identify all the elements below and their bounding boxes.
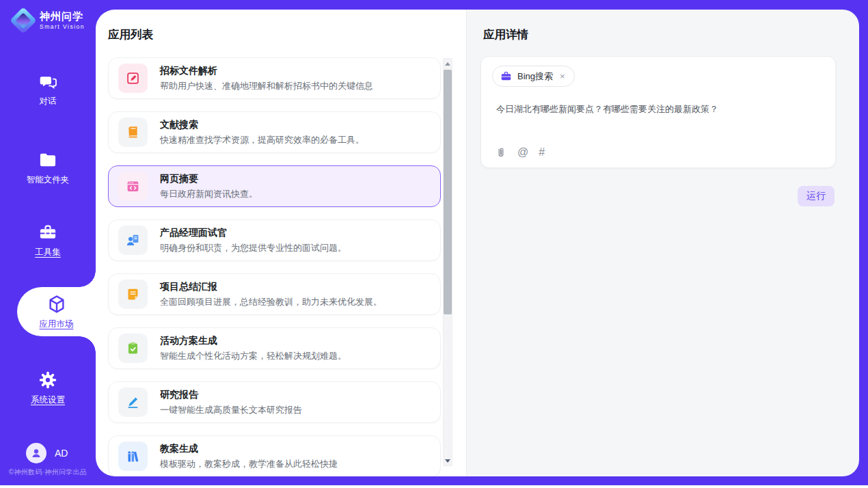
app-card-list: 招标文件解析 帮助用户快速、准确地理解和解析招标书中的关键信息 文献搜索 快速精… (108, 57, 441, 476)
app-card-project-summary[interactable]: 项目总结汇报 全面回顾项目进展，总结经验教训，助力未来优化发展。 (108, 273, 441, 315)
app-card-lesson-plan[interactable]: 教案生成 模板驱动，教案秒成，教学准备从此轻松快捷 (108, 435, 441, 476)
app-card-bid-parse[interactable]: 招标文件解析 帮助用户快速、准确地理解和解析招标书中的关键信息 (108, 57, 441, 99)
book-icon (118, 118, 148, 147)
app-frame: 神州问学 Smart Vision 对话 智能文件夹 (0, 0, 868, 485)
brand-diamond-icon (10, 7, 37, 34)
app-list-title: 应用列表 (108, 27, 153, 42)
sidebar-item-settings[interactable]: 系统设置 (0, 370, 96, 406)
app-card-description: 模板驱动，教案秒成，教学准备从此轻松快捷 (160, 458, 338, 470)
copyright-text: ©神州数码·神州问学出品 (0, 467, 96, 477)
interviewer-icon (118, 226, 148, 255)
tool-tag-label: Bing搜索 (517, 70, 553, 83)
sidebar-item-label: 智能文件夹 (27, 174, 70, 186)
app-card-webpage-summary[interactable]: 网页摘要 每日政府新闻资讯快查。 (108, 165, 441, 207)
gear-icon (38, 370, 57, 390)
app-card-title: 教案生成 (160, 443, 338, 455)
sidebar-item-smart-folder[interactable]: 智能文件夹 (0, 150, 96, 186)
sidebar-item-label: 对话 (40, 96, 57, 107)
sidebar-item-toolset[interactable]: 工具集 (0, 223, 96, 258)
app-card-description: 智能生成个性化活动方案，轻松解决规划难题。 (160, 350, 347, 362)
folder-icon (38, 150, 57, 170)
sidebar-item-label: 应用市场 (40, 318, 74, 330)
app-list-scrollbar[interactable] (443, 58, 452, 466)
app-card-title: 文献搜索 (160, 119, 364, 131)
app-card-research-report[interactable]: 研究报告 一键智能生成高质量长文本研究报告 (108, 381, 441, 423)
webpage-code-icon (118, 172, 148, 201)
app-detail-panel: 应用详情 Bing搜索 × 今日湖北有哪些新闻要点？有哪些需要关注的最新政策？ … (466, 10, 859, 476)
scroll-up-icon[interactable] (444, 59, 452, 68)
scroll-down-icon[interactable] (444, 456, 452, 465)
app-detail-title: 应用详情 (483, 27, 528, 42)
app-card-title: 研究报告 (160, 389, 302, 401)
brand-logo: 神州问学 Smart Vision (14, 11, 85, 30)
close-icon[interactable]: × (558, 70, 567, 82)
composer-toolbar: @ # (495, 146, 545, 159)
toolbox-icon (38, 223, 57, 242)
hash-icon[interactable]: # (539, 147, 545, 158)
app-card-title: 活动方案生成 (160, 335, 347, 347)
memo-icon (118, 280, 148, 309)
app-card-title: 产品经理面试官 (160, 227, 347, 239)
tool-tag-bing-search[interactable]: Bing搜索 × (492, 66, 575, 87)
query-text[interactable]: 今日湖北有哪些新闻要点？有哪些需要关注的最新政策？ (496, 103, 822, 116)
briefcase-icon (500, 70, 512, 82)
app-card-activity-plan[interactable]: 活动方案生成 智能生成个性化活动方案，轻松解决规划难题。 (108, 327, 441, 369)
run-button[interactable]: 运行 (798, 186, 835, 206)
sidebar-item-label: 系统设置 (31, 394, 65, 406)
user-name: AD (55, 448, 68, 459)
app-card-title: 招标文件解析 (160, 65, 373, 77)
scrollbar-thumb[interactable] (444, 70, 452, 314)
brand-name: 神州问学 (40, 11, 85, 23)
app-card-description: 一键智能生成高质量长文本研究报告 (160, 404, 302, 416)
app-card-title: 项目总结汇报 (160, 281, 382, 293)
app-list-panel: 应用列表 招标文件解析 帮助用户快速、准确地理解和解析招标书中的关键信息 (96, 10, 466, 476)
app-card-title: 网页摘要 (160, 173, 258, 185)
cube-icon (46, 294, 67, 314)
app-card-description: 每日政府新闻资讯快查。 (160, 188, 258, 200)
sidebar-item-label: 工具集 (35, 247, 61, 258)
clipboard-check-icon (118, 334, 148, 363)
app-card-description: 明确身份和职责，为您提供专业性的面试问题。 (160, 242, 347, 254)
mention-icon[interactable]: @ (517, 147, 528, 158)
app-card-description: 全面回顾项目进展，总结经验教训，助力未来优化发展。 (160, 296, 382, 308)
sidebar: 神州问学 Smart Vision 对话 智能文件夹 (0, 0, 96, 485)
sidebar-item-chat[interactable]: 对话 (0, 72, 96, 107)
books-icon (118, 442, 148, 471)
app-card-description: 快速精准查找学术资源，提高研究效率的必备工具。 (160, 134, 364, 146)
app-card-pm-interviewer[interactable]: 产品经理面试官 明确身份和职责，为您提供专业性的面试问题。 (108, 219, 441, 261)
attachment-icon[interactable] (495, 146, 507, 159)
bid-document-icon (118, 64, 148, 93)
chat-icon (39, 72, 57, 91)
brand-subtitle: Smart Vision (40, 24, 85, 30)
sidebar-item-app-market[interactable]: 应用市场 (17, 287, 96, 336)
user-account[interactable]: AD (26, 443, 68, 463)
app-card-description: 帮助用户快速、准确地理解和解析招标书中的关键信息 (160, 80, 373, 92)
research-pen-icon (118, 388, 148, 417)
avatar (26, 443, 46, 463)
prompt-card[interactable]: Bing搜索 × 今日湖北有哪些新闻要点？有哪些需要关注的最新政策？ @ # (480, 56, 836, 168)
app-card-literature-search[interactable]: 文献搜索 快速精准查找学术资源，提高研究效率的必备工具。 (108, 111, 441, 153)
